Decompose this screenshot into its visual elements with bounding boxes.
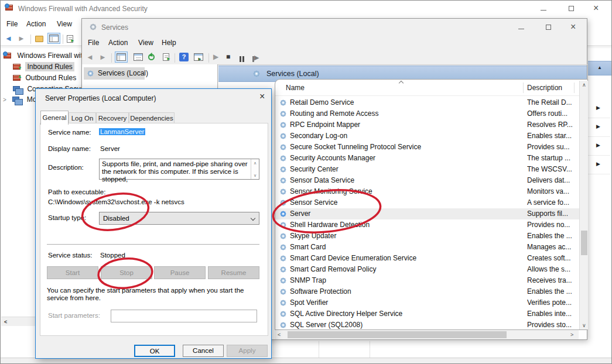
expand-row-icon[interactable]: ▶: [596, 105, 600, 111]
service-row[interactable]: Smart Card Removal Policy Allows the s..…: [275, 264, 579, 275]
tab-general[interactable]: General: [40, 111, 69, 125]
extended-view-icon[interactable]: ▶: [194, 53, 203, 61]
service-row[interactable]: Sensor Service A service fo...: [275, 197, 579, 208]
stop-service-icon[interactable]: ■: [226, 53, 230, 61]
service-row[interactable]: Retail Demo Service The Retail D...: [275, 97, 579, 108]
description-scrollbar[interactable]: ∧ ∨: [251, 159, 259, 179]
expand-row-icon[interactable]: ▶: [596, 123, 600, 129]
close-icon[interactable]: ×: [570, 22, 576, 32]
scroll-right-icon[interactable]: >: [570, 332, 573, 338]
folder-icon[interactable]: [35, 36, 43, 42]
service-row[interactable]: SNMP Trap Receives tra...: [275, 275, 579, 286]
pause-button[interactable]: Pause: [154, 266, 206, 279]
hscroll-thumb[interactable]: [288, 331, 507, 338]
export-list-icon[interactable]: ►: [67, 35, 73, 43]
collapse-icon[interactable]: ▲: [597, 65, 602, 70]
firewall-hscrollbar[interactable]: <: [1, 317, 36, 326]
refresh-icon[interactable]: [148, 54, 155, 60]
help-icon[interactable]: ?: [179, 53, 189, 61]
stop-button[interactable]: Stop: [101, 266, 152, 279]
list-vscrollbar[interactable]: ∧ ∨: [579, 81, 588, 329]
service-row[interactable]: Routing and Remote Access Offers routi..…: [275, 108, 579, 119]
services-menu-view[interactable]: View: [138, 39, 153, 47]
services-menu-file[interactable]: File: [88, 39, 99, 47]
tree-item-monitoring[interactable]: > Mo: [3, 94, 36, 104]
scroll-left-icon[interactable]: <: [4, 319, 7, 325]
service-row[interactable]: Secure Socket Tunneling Protocol Service…: [275, 142, 579, 153]
service-status-label: Service status:: [48, 252, 92, 259]
service-row[interactable]: Smart Card Device Enumeration Service Cr…: [275, 253, 579, 264]
firewall-menu-action[interactable]: Action: [26, 20, 46, 28]
service-row[interactable]: Sensor Monitoring Service Monitors va...: [275, 186, 579, 197]
pause-service-icon[interactable]: [240, 54, 244, 64]
tab-recovery[interactable]: Recovery: [96, 112, 129, 124]
service-row[interactable]: Secondary Log-on Enables star...: [275, 131, 579, 142]
export-list-icon[interactable]: ►: [163, 53, 169, 61]
service-name-value[interactable]: LanmanServer: [99, 128, 145, 135]
service-row[interactable]: Spot Verifier Verifies pote...: [275, 297, 579, 308]
service-row[interactable]: Skype Updater Enables the ...: [275, 231, 579, 242]
firewall-menu-file[interactable]: File: [6, 20, 18, 28]
service-row[interactable]: Security Accounts Manager The startup ..…: [275, 153, 579, 164]
forward-icon[interactable]: ►: [18, 34, 25, 43]
minimize-icon[interactable]: [541, 10, 546, 11]
service-row[interactable]: RPC Endpoint Mapper Resolves RP...: [275, 119, 579, 131]
expand-row-icon[interactable]: ▶: [596, 142, 600, 148]
service-description: The startup ...: [527, 153, 579, 164]
service-description: Enables star...: [527, 131, 579, 142]
scroll-down-icon[interactable]: ∨: [251, 173, 259, 178]
start-button[interactable]: Start: [47, 266, 98, 279]
back-icon[interactable]: ◄: [5, 34, 12, 43]
back-icon[interactable]: ◄: [86, 53, 94, 61]
services-local-node[interactable]: Services (Local): [84, 67, 145, 80]
close-icon[interactable]: ×: [259, 91, 265, 102]
startup-type-dropdown[interactable]: Disabled: [99, 212, 259, 225]
vscroll-thumb[interactable]: [581, 231, 587, 255]
actions-pane-header[interactable]: ▲: [588, 61, 612, 75]
service-row[interactable]: Shell Hardware Detection Provides no...: [275, 219, 579, 231]
description-field[interactable]: Supports file, print, and named-pipe sha…: [99, 159, 259, 180]
tree-item-outbound-rules[interactable]: ▲ Outbound Rules: [13, 72, 76, 83]
restart-service-icon[interactable]: ▶: [252, 54, 259, 64]
maximize-icon[interactable]: [546, 25, 551, 30]
service-name: Server: [290, 208, 310, 219]
services-menu-action[interactable]: Action: [108, 39, 128, 47]
forward-icon[interactable]: ►: [99, 53, 107, 61]
tree-item-inbound-rules[interactable]: ▼ Inbound Rules: [13, 61, 74, 71]
close-icon[interactable]: ×: [593, 3, 599, 13]
service-row[interactable]: Software Protection Enables the ...: [275, 286, 579, 297]
scroll-down-icon[interactable]: ∨: [582, 322, 586, 328]
console-tree-icon[interactable]: [115, 51, 128, 63]
start-service-icon[interactable]: ▶: [213, 53, 218, 61]
tab-log-on[interactable]: Log On: [69, 112, 96, 124]
service-row[interactable]: SQL Active Directory Helper Service Enab…: [275, 308, 579, 320]
cancel-button[interactable]: Cancel: [183, 345, 224, 357]
resume-button[interactable]: Resume: [208, 266, 259, 279]
console-tree-icon[interactable]: [47, 33, 60, 44]
column-header-name[interactable]: Name: [286, 84, 305, 92]
service-row[interactable]: Smart Card Manages ac...: [275, 242, 579, 253]
list-hscrollbar[interactable]: < >: [275, 330, 579, 339]
ok-button[interactable]: OK: [134, 345, 175, 357]
column-header-description[interactable]: Description: [527, 84, 562, 92]
scroll-up-icon[interactable]: ∧: [251, 160, 259, 166]
service-row[interactable]: SQL Server (SQL2008) Provides sto...: [275, 320, 579, 331]
firewall-menu-view[interactable]: View: [57, 20, 72, 28]
service-name: Sensor Service: [290, 197, 337, 208]
service-row[interactable]: Server Supports fil...: [275, 208, 579, 219]
minimize-icon[interactable]: [518, 29, 524, 29]
scroll-left-icon[interactable]: <: [278, 332, 281, 338]
properties-icon[interactable]: [134, 53, 143, 61]
service-row[interactable]: Sensor Data Service Delivers dat...: [275, 175, 579, 186]
expand-row-icon[interactable]: ▶: [596, 161, 600, 167]
apply-button[interactable]: Apply: [227, 345, 268, 357]
services-menu-help[interactable]: Help: [162, 39, 176, 47]
start-parameters-input[interactable]: [111, 310, 257, 322]
service-name: Smart Card: [290, 242, 326, 253]
scroll-up-icon[interactable]: ∧: [582, 82, 586, 88]
tree-item-firewall-root[interactable]: Windows Firewall wit: [4, 50, 83, 60]
maximize-icon[interactable]: [569, 6, 574, 11]
tab-dependencies[interactable]: Dependencies: [129, 112, 175, 124]
service-row[interactable]: Security Center The WSCSV...: [275, 164, 579, 175]
display-name-label: Display name:: [48, 145, 91, 152]
